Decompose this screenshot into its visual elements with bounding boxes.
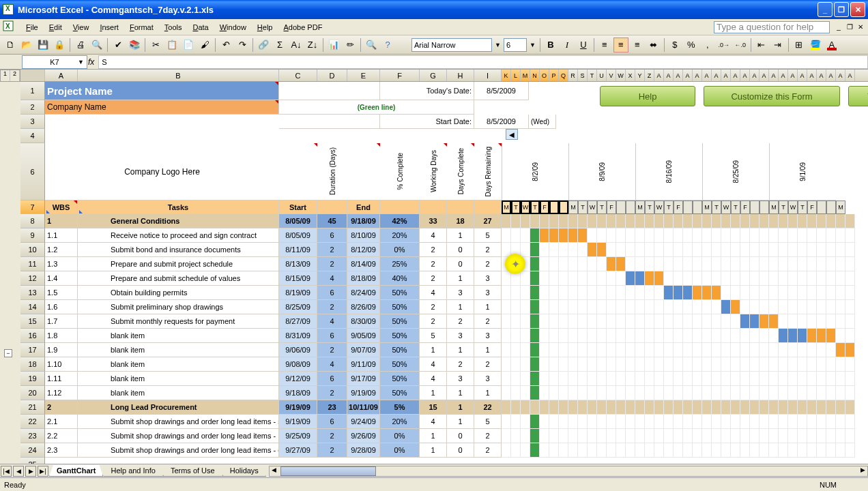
merge-center-button[interactable]: ⬌ [646, 38, 661, 53]
scrollbar-thumb[interactable] [280, 466, 376, 476]
col-header[interactable]: H [447, 70, 474, 81]
table-row[interactable]: 1.4Prepare and submit schedule of values… [45, 271, 868, 286]
col-header[interactable]: F [380, 70, 420, 81]
cell[interactable]: 2 [317, 386, 347, 400]
col-header[interactable]: K [502, 70, 511, 81]
row-header[interactable]: 3 [20, 115, 45, 129]
col-header[interactable]: O [540, 70, 549, 81]
horizontal-scrollbar[interactable]: ◀ ▶ [269, 466, 868, 477]
cell[interactable]: 8/15/09 [279, 271, 317, 286]
cell[interactable]: 1 [474, 300, 502, 314]
cell[interactable]: Submit shop drawings and order long lead… [78, 429, 279, 443]
table-row[interactable]: 1.9blank item9/06/0929/07/0950%111 [45, 343, 868, 357]
cell[interactable]: 45 [317, 214, 347, 228]
row-header[interactable]: 22 [20, 415, 45, 429]
print-button[interactable]: 🖨 [73, 38, 88, 53]
cell[interactable]: 4 [420, 357, 447, 372]
cell[interactable]: 4 [420, 372, 447, 386]
cell[interactable]: 8/11/09 [279, 243, 317, 257]
cell[interactable]: 2 [420, 300, 447, 314]
col-header[interactable]: A [664, 70, 674, 81]
col-header[interactable]: G [420, 70, 447, 81]
menu-item-edit[interactable]: Edit [44, 21, 68, 33]
row-header[interactable]: 15 [20, 314, 45, 329]
cell[interactable]: 2 [317, 300, 347, 314]
col-header[interactable]: Y [635, 70, 645, 81]
start-date-value[interactable]: 8/5/2009 [474, 115, 529, 129]
cell[interactable]: 9/28/09 [347, 443, 380, 458]
cell[interactable]: 4 [420, 286, 447, 300]
cell[interactable]: 5% [380, 400, 420, 415]
cell[interactable]: Long Lead Procurement [78, 400, 279, 415]
cell[interactable]: 2 [474, 429, 502, 443]
cell[interactable]: 9/07/09 [347, 343, 380, 357]
borders-button[interactable]: ⊞ [792, 38, 807, 53]
font-name-select[interactable] [411, 38, 492, 52]
col-header[interactable]: W [616, 70, 626, 81]
cell[interactable]: 9/26/09 [347, 429, 380, 443]
tab-prev-button[interactable]: ◀ [13, 466, 24, 477]
menu-item-data[interactable]: Data [187, 21, 214, 33]
col-header[interactable]: A [731, 70, 740, 81]
cell[interactable]: 8/27/09 [279, 314, 317, 329]
template-button[interactable]: Te [848, 86, 868, 106]
col-header[interactable]: A [817, 70, 826, 81]
cell[interactable]: 9/17/09 [347, 372, 380, 386]
cell[interactable]: 22 [474, 400, 502, 415]
cell[interactable]: 23 [317, 400, 347, 415]
col-header[interactable]: A [721, 70, 731, 81]
cell[interactable]: blank item [78, 357, 279, 372]
cell[interactable]: Submit shop drawings and order long lead… [78, 415, 279, 429]
cell[interactable]: 42% [380, 214, 420, 228]
sheet-content[interactable]: Project Name Today's Date: 8/5/2009 Help… [45, 82, 868, 464]
cell[interactable]: 1 [420, 429, 447, 443]
row-header[interactable]: 12 [20, 271, 45, 286]
cell[interactable]: 8/05/09 [279, 214, 317, 228]
bold-button[interactable]: B [543, 38, 558, 53]
col-header[interactable]: A [674, 70, 683, 81]
cell[interactable]: blank item [78, 372, 279, 386]
zoom-button[interactable]: 🔍 [364, 38, 379, 53]
cell[interactable]: 8/13/09 [279, 257, 317, 271]
col-header[interactable]: A [760, 70, 769, 81]
sheet-tab[interactable]: Help and Info [103, 465, 162, 477]
cell[interactable]: 3 [474, 286, 502, 300]
align-left-button[interactable]: ≡ [597, 38, 612, 53]
cell[interactable]: 2 [420, 257, 447, 271]
cell[interactable]: 0 [447, 429, 474, 443]
cell[interactable]: 50% [380, 286, 420, 300]
col-header[interactable]: A [826, 70, 836, 81]
cell[interactable]: 6 [317, 415, 347, 429]
col-header[interactable]: A [798, 70, 807, 81]
col-header[interactable]: C [279, 70, 317, 81]
cell[interactable]: 9/19/09 [347, 386, 380, 400]
decrease-indent-button[interactable]: ⇤ [754, 38, 769, 53]
cell[interactable]: 0 [447, 243, 474, 257]
cell[interactable]: 20% [380, 228, 420, 243]
cell[interactable]: 5 [420, 329, 447, 343]
col-header[interactable]: A [807, 70, 817, 81]
tab-first-button[interactable]: |◀ [1, 466, 12, 477]
undo-button[interactable]: ↶ [218, 38, 233, 53]
cell[interactable]: 0 [447, 443, 474, 458]
table-row[interactable]: 2.1Submit shop drawings and order long l… [45, 415, 868, 429]
col-header[interactable]: D [317, 70, 347, 81]
help-search-input[interactable] [714, 21, 830, 33]
row-header[interactable]: 13 [20, 286, 45, 300]
row-header[interactable]: 24 [20, 443, 45, 458]
company-name-cell[interactable]: Company Name [45, 100, 279, 115]
row-header[interactable]: 7 [20, 200, 45, 214]
row-header[interactable]: 16 [20, 329, 45, 343]
row-header[interactable]: 2 [20, 100, 45, 115]
cell[interactable]: Submit preliminary shop drawings [78, 300, 279, 314]
row-header[interactable]: 23 [20, 429, 45, 443]
cell[interactable]: 4 [317, 271, 347, 286]
cell[interactable]: 1 [474, 386, 502, 400]
menu-item-insert[interactable]: Insert [94, 21, 124, 33]
table-row[interactable]: 1.10blank item9/08/0949/11/0950%422 [45, 357, 868, 372]
cell[interactable]: 50% [380, 357, 420, 372]
cell[interactable]: 0% [380, 443, 420, 458]
currency-button[interactable]: $ [667, 38, 682, 53]
col-header[interactable]: N [530, 70, 540, 81]
row-header[interactable]: 21 [20, 400, 45, 415]
